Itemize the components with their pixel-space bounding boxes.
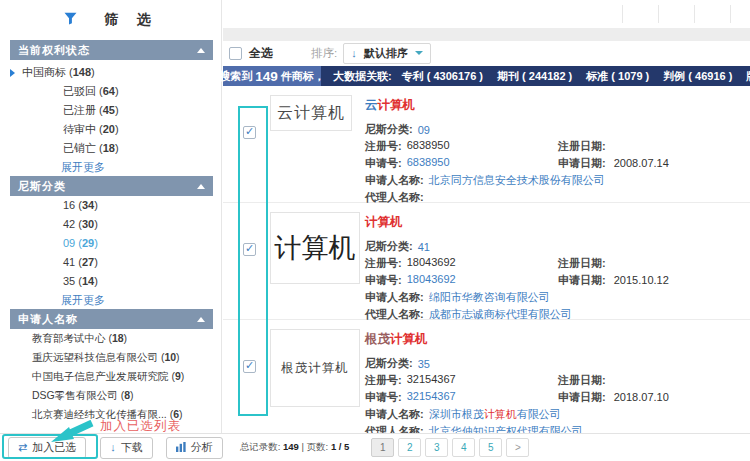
filter-item[interactable]: 待审中 (20) — [0, 120, 221, 139]
download-button[interactable]: ↓ 下载 — [100, 437, 153, 459]
results-main: 全选 排序: ↓ 默认排序 搜索到 149 件商标， 大数据关联: 专利 ( 4… — [223, 0, 750, 433]
applicant-link[interactable]: 深圳市根茂计算机有限公司 — [429, 407, 561, 422]
download-icon: ↓ — [110, 442, 116, 453]
trademark-image[interactable]: 根茂计算机 — [270, 329, 360, 407]
filter-item[interactable]: 35 (14) — [0, 272, 221, 291]
trademark-title-link[interactable]: 根茂计算机 — [365, 332, 744, 346]
app-date-label: 申请日期: — [558, 274, 606, 286]
next-page-button[interactable]: > — [506, 438, 529, 457]
filter-item[interactable]: 教育部考试中心 (18) — [0, 329, 221, 348]
collapse-arrow-icon — [197, 317, 205, 322]
result-count-banner: 搜索到 149 件商标， — [223, 66, 321, 86]
filter-item[interactable]: 16 (34) — [0, 196, 221, 215]
trademark-title-link[interactable]: 计算机 — [365, 215, 744, 229]
stats-separator: | — [302, 441, 304, 452]
filter-section-title: 当前权利状态 — [18, 43, 90, 58]
bigdata-link[interactable]: 版权 ( 22383 ) — [746, 69, 750, 84]
trademark-image[interactable]: 云计算机 — [270, 95, 352, 131]
nice-class-value[interactable]: 41 — [418, 241, 430, 253]
top-strip — [223, 0, 750, 28]
reg-date-label: 注册日期: — [558, 140, 606, 152]
expand-more-link[interactable]: 展开更多 — [0, 291, 221, 309]
trademark-image-text: 根茂计算机 — [281, 360, 349, 377]
app-date-value: 2015.10.12 — [614, 274, 669, 286]
text-part: 计算机 — [484, 408, 517, 420]
result-checkbox[interactable] — [243, 243, 256, 256]
sort-dropdown[interactable]: ↓ 默认排序 — [343, 43, 431, 64]
bigdata-link[interactable]: 判例 ( 46916 ) — [663, 69, 732, 84]
nice-class-value[interactable]: 09 — [418, 124, 430, 136]
filter-item[interactable]: DSG零售有限公司 (8) — [0, 386, 221, 405]
add-to-selected-button[interactable]: ⇄ 加入已选 — [8, 437, 86, 459]
filter-section-items: 教育部考试中心 (18)重庆远望科技信息有限公司 (10)中国电子信息产业发展研… — [0, 329, 221, 424]
filter-item[interactable]: 已销亡 (18) — [0, 139, 221, 158]
result-checkbox[interactable] — [243, 126, 256, 139]
filter-title: 筛 选 — [105, 11, 158, 29]
applicant-link[interactable]: 北京同方信息安全技术股份有限公司 — [429, 173, 605, 188]
filter-section: 申请人名称 教育部考试中心 (18)重庆远望科技信息有限公司 (10)中国电子信… — [0, 309, 221, 424]
filter-item[interactable]: 42 (30) — [0, 215, 221, 234]
bigdata-label: 大数据关联: — [333, 69, 392, 84]
result-details: 云计算机 尼斯分类: 09 注册号: 6838950 注册日期: 申请号: 68… — [365, 98, 744, 206]
bigdata-link[interactable]: 期刊 ( 244182 ) — [497, 69, 572, 84]
gray-band — [223, 28, 750, 41]
filter-section-title: 申请人名称 — [18, 312, 78, 327]
applicant-label: 申请人名称: — [365, 407, 424, 422]
total-records-label: 总记录数: — [240, 441, 281, 452]
filter-item[interactable]: 41 (27) — [0, 253, 221, 272]
sort-label: 排序: — [311, 46, 337, 61]
search-result-banner: 搜索到 149 件商标， 大数据关联: 专利 ( 4306176 )期刊 ( 2… — [223, 66, 750, 86]
app-no-link[interactable]: 6838950 — [407, 156, 450, 171]
filter-section: 当前权利状态 中国商标 (148)已驳回 (64)已注册 (45)待审中 (20… — [0, 40, 221, 176]
collapse-arrow-icon — [197, 48, 205, 53]
found-prefix: 搜索到 — [219, 69, 252, 84]
divider — [622, 5, 623, 23]
filter-section-header[interactable]: 申请人名称 — [10, 309, 213, 329]
result-checkbox[interactable] — [243, 360, 256, 373]
app-no-link[interactable]: 18043692 — [407, 273, 456, 288]
app-date-value: 2018.07.10 — [614, 391, 669, 403]
app-no-label: 申请号: — [365, 156, 402, 171]
page-button[interactable]: 4 — [452, 438, 475, 457]
filter-item[interactable]: 09 (29) — [0, 234, 221, 253]
select-all-checkbox[interactable] — [229, 47, 242, 60]
filter-item[interactable]: 中国商标 (148) — [0, 63, 221, 82]
filter-section-header[interactable]: 当前权利状态 — [10, 40, 213, 60]
filter-item[interactable]: 已注册 (45) — [0, 101, 221, 120]
app-no-link[interactable]: 32154367 — [407, 390, 456, 405]
footer-bar: ⇄ 加入已选 ↓ 下载 分析 总记录数: 149 | 页数: 1 / 5 123… — [0, 433, 750, 461]
select-all-label[interactable]: 全选 — [249, 45, 273, 62]
app-date-label: 申请日期: — [558, 391, 606, 403]
page-count-value: 1 / 5 — [331, 441, 350, 452]
bigdata-link[interactable]: 标准 ( 1079 ) — [586, 69, 649, 84]
filter-item[interactable]: 已驳回 (64) — [0, 82, 221, 101]
funnel-icon — [64, 11, 77, 29]
found-count: 149 — [255, 69, 278, 84]
page-button[interactable]: 3 — [425, 438, 448, 457]
filter-item[interactable]: 北京赛迪经纬文化传播有限... (6) — [0, 405, 221, 424]
filter-item[interactable]: 中国电子信息产业发展研究院 (9) — [0, 367, 221, 386]
page-button[interactable]: 5 — [479, 438, 502, 457]
page-button[interactable]: 1 — [371, 438, 394, 457]
bigdata-link[interactable]: 专利 ( 4306176 ) — [402, 69, 483, 84]
trademark-title-link[interactable]: 云计算机 — [365, 98, 744, 112]
filter-section-items: 中国商标 (148)已驳回 (64)已注册 (45)待审中 (20)已销亡 (1… — [0, 63, 221, 176]
nice-class-value[interactable]: 35 — [418, 358, 430, 370]
reg-no-label: 注册号: — [365, 256, 402, 271]
expand-more-link[interactable]: 展开更多 — [0, 158, 221, 176]
sort-direction-icon[interactable]: ↓ — [351, 48, 357, 59]
analyze-button[interactable]: 分析 — [166, 437, 223, 459]
filter-section: 尼斯分类 16 (34)42 (30)09 (29)41 (27)35 (14)… — [0, 176, 221, 309]
text-part: 成都市志诚商标代理有限公司 — [429, 308, 572, 320]
reg-date-label: 注册日期: — [558, 374, 606, 386]
text-part: 深圳市根茂 — [429, 408, 484, 420]
text-part: 云 — [365, 98, 378, 112]
page-button[interactable]: 2 — [398, 438, 421, 457]
trademark-image[interactable]: 计算机 — [270, 212, 360, 284]
filter-item[interactable]: 重庆远望科技信息有限公司 (10) — [0, 348, 221, 367]
app-no-label: 申请号: — [365, 273, 402, 288]
filter-section-header[interactable]: 尼斯分类 — [10, 176, 213, 196]
text-part: 绵阳市华教咨询有限公司 — [429, 291, 550, 303]
total-records-value: 149 — [283, 441, 299, 452]
applicant-link[interactable]: 绵阳市华教咨询有限公司 — [429, 290, 550, 305]
